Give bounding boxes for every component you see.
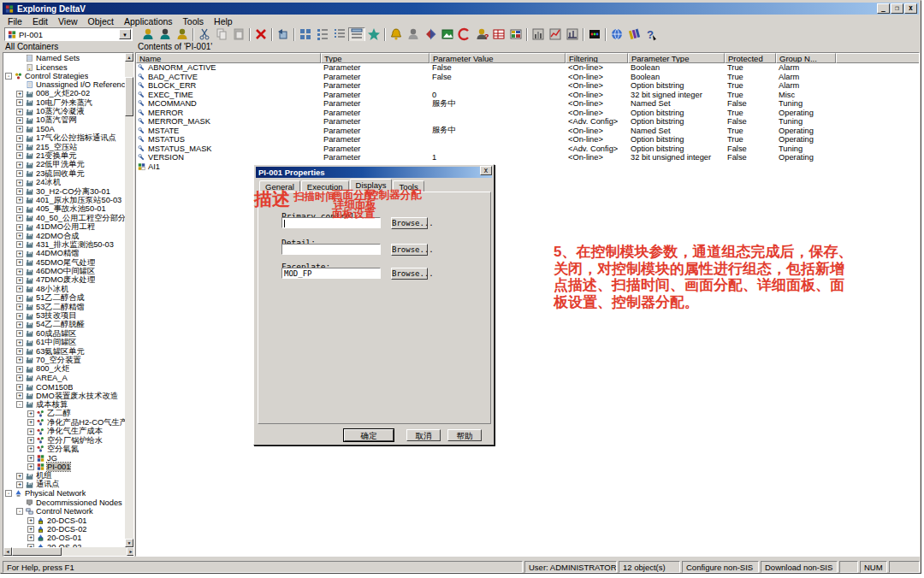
column-header-parameter-value[interactable]: Parameter Value [429, 53, 566, 63]
expand-icon[interactable]: + [16, 473, 23, 480]
expand-icon[interactable]: + [16, 180, 23, 186]
tree-item[interactable]: +通讯点 [3, 481, 126, 489]
context-help-button[interactable]: ? [643, 27, 660, 42]
paste-button[interactable] [230, 27, 247, 42]
column-header-protected[interactable]: Protected [725, 53, 776, 63]
menu-view[interactable]: View [55, 16, 85, 27]
column-header-filtering[interactable]: Filtering [566, 53, 628, 63]
expand-icon[interactable]: + [16, 481, 23, 488]
expand-icon[interactable]: + [16, 268, 23, 275]
process-history-button[interactable] [547, 27, 564, 42]
tree-item[interactable]: Licenses [3, 62, 126, 71]
tree-item[interactable]: +PI-001 [3, 463, 126, 471]
tune-button[interactable]: ? [473, 27, 490, 42]
expand-icon[interactable]: + [27, 428, 34, 435]
restore-button[interactable]: ❐ [891, 3, 903, 14]
close-button[interactable]: x [904, 3, 917, 14]
tree-item[interactable]: +空分氧氮 [3, 445, 126, 453]
expand-icon[interactable]: + [27, 419, 34, 426]
history-collection-button[interactable] [456, 27, 473, 42]
expand-icon[interactable]: + [16, 392, 23, 399]
column-header-parameter-type[interactable]: Parameter Type [628, 53, 725, 63]
expand-icon[interactable]: + [16, 162, 23, 168]
copy-button[interactable] [213, 27, 230, 42]
tab-execution[interactable]: Execution [301, 180, 349, 192]
ok-button[interactable]: 确定 [344, 429, 394, 441]
menu-object[interactable]: Object [85, 16, 121, 27]
table-row[interactable]: BLOCK_ERRParameter<On-line>Option bitstr… [136, 81, 836, 91]
help-button[interactable]: 帮助 [447, 429, 482, 441]
tree-vertical-scrollbar[interactable]: ▲ ▼ [125, 53, 133, 547]
table-row[interactable]: MERRORParameter<On-line>Option bitstring… [136, 109, 836, 118]
expand-icon[interactable]: + [16, 170, 23, 177]
tree-item[interactable]: +20-DCS-01 [3, 516, 126, 524]
expand-icon[interactable]: + [16, 277, 23, 284]
web-button[interactable] [608, 27, 625, 42]
menu-edit[interactable]: Edit [29, 16, 55, 27]
tree-item[interactable]: +800_火炬 [3, 365, 126, 374]
scroll-thumb[interactable] [125, 77, 133, 116]
combo-dropdown-icon[interactable]: ▼ [119, 29, 131, 39]
tree-horizontal-scrollbar[interactable]: ◄ ► [3, 547, 134, 556]
detail-input[interactable] [281, 244, 381, 255]
cancel-button[interactable]: 取消 [406, 429, 441, 441]
minimize-button[interactable]: _ [877, 3, 890, 14]
scroll-thumb[interactable] [12, 547, 62, 556]
expand-icon[interactable]: + [16, 357, 23, 363]
tree-item[interactable]: +AREA_A [3, 374, 126, 382]
faceplate-input[interactable]: MOD_FP [281, 268, 381, 279]
tree-item[interactable]: -Control Network [3, 507, 126, 516]
tree-item[interactable]: -Physical Network [3, 489, 126, 498]
expand-icon[interactable]: + [16, 126, 23, 133]
expand-icon[interactable]: + [27, 410, 34, 417]
expand-icon[interactable]: + [16, 91, 23, 97]
browse-button[interactable]: Browse... [391, 244, 428, 256]
add-template-button[interactable] [174, 27, 191, 42]
expand-icon[interactable]: + [16, 251, 23, 257]
alarm-bell-button[interactable] [388, 27, 405, 42]
expand-icon[interactable]: + [27, 455, 34, 462]
browse-button[interactable]: Browse... [391, 217, 428, 229]
expand-icon[interactable]: + [16, 117, 23, 124]
primary-control-input[interactable] [281, 217, 381, 228]
menu-help[interactable]: Help [210, 16, 240, 27]
menu-tools[interactable]: Tools [180, 16, 211, 27]
column-header-name[interactable]: Name [136, 53, 321, 63]
scroll-up-icon[interactable]: ▲ [125, 53, 133, 62]
expand-icon[interactable]: + [16, 215, 23, 221]
tree-item[interactable]: Decommissioned Nodes [3, 498, 126, 507]
expand-icon[interactable]: + [27, 517, 34, 524]
expand-icon[interactable]: + [16, 135, 23, 142]
table-row[interactable]: VERSIONParameter1<On-line>32 bit unsigne… [136, 153, 836, 162]
menu-applications[interactable]: Applications [121, 16, 180, 27]
tree-item[interactable]: -Control Strategies [3, 72, 126, 80]
browse-button[interactable]: Browse... [391, 268, 428, 280]
expand-icon[interactable]: + [16, 233, 23, 239]
expand-icon[interactable]: + [27, 437, 34, 444]
expand-icon[interactable]: + [16, 188, 23, 195]
expand-icon[interactable]: + [16, 321, 23, 328]
expand-icon[interactable]: + [16, 109, 23, 115]
column-header-type[interactable]: Type [321, 53, 429, 63]
tree-item[interactable]: +机组 [3, 471, 126, 480]
tree-item[interactable]: +23硫回收单元 [3, 169, 126, 178]
collapse-icon[interactable]: - [16, 508, 23, 515]
control-studio-button[interactable] [586, 27, 603, 42]
expand-icon[interactable]: + [16, 286, 23, 292]
expand-icon[interactable]: + [16, 304, 23, 310]
expand-icon[interactable]: + [16, 206, 23, 213]
cut-button[interactable] [196, 27, 213, 42]
tree-item[interactable]: +10蒸汽管网 [3, 116, 126, 125]
expand-icon[interactable]: + [16, 384, 23, 391]
menu-file[interactable]: File [4, 16, 29, 27]
collapse-icon[interactable]: - [16, 401, 23, 408]
filter-button[interactable] [365, 27, 382, 42]
bookmark-button[interactable] [422, 27, 439, 42]
table-row[interactable]: MCOMMANDParameter服务中<On-line>Named SetFa… [136, 99, 836, 109]
add-module-button[interactable] [157, 27, 174, 42]
diagnostics-button[interactable] [530, 27, 547, 42]
applications-button[interactable] [625, 27, 643, 42]
expand-icon[interactable]: + [16, 330, 23, 337]
expand-icon[interactable]: + [27, 463, 34, 470]
tab-general[interactable]: General [259, 180, 300, 192]
